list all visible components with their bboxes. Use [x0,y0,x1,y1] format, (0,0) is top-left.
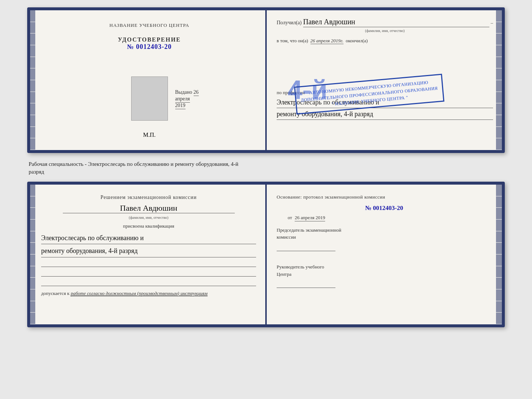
fio-hint-top: (фамилия, имя, отчество) [277,29,493,33]
photo-placeholder [131,76,168,121]
dopusk-text: работе согласно должностным (производств… [71,291,207,296]
completion-date: 26 апреля 2019г. [310,38,344,44]
top-document: НАЗВАНИЕ УЧЕБНОГО ЦЕНТРА УДОСТОВЕРЕНИЕ №… [27,7,505,153]
bottom-right-margin [496,185,502,324]
top-right-page: Получил(a) Павел Авдюшин – (фамилия, имя… [268,10,502,150]
poluchil-line: Получил(a) Павел Авдюшин – [277,18,493,27]
ot-line: от 26 апреля 2019 [277,215,492,221]
separator-text: Рабочая специальность - Электрослесарь п… [27,159,505,176]
rukovoditel-signature [277,279,335,288]
predsedatel-signature [277,242,335,251]
bottom-fio-hint: (фамилия, имя, отчество) [41,215,256,220]
resheniem-title: Решением экзаменационной комиссии [41,193,256,201]
udostoverenie-number: № 0012403-20 [118,43,181,51]
underline3 [41,277,256,286]
vtom-line: в том, что он(а) 26 апреля 2019г. окончи… [277,38,493,44]
qualification-line2: ремонту оборудования, 4-й разряд [41,245,256,257]
stamp-area: 4-й АВТОНОМНУЮ НЕКОММЕРЧЕСКУЮ ОРГАНИЗАЦИ… [277,47,493,84]
predsedatel-block: Председатель экзаменационной комиссии [277,227,492,253]
bottom-name: Павел Авдюшин [63,203,235,213]
center-title: НАЗВАНИЕ УЧЕБНОГО ЦЕНТРА [109,22,189,29]
underline1 [41,258,256,267]
recipient-name: Павел Авдюшин [303,18,489,27]
mp-line: М.П. [143,132,156,138]
bottom-right-page: Основание: протокол экзаменационной коми… [266,185,502,324]
top-left-page: НАЗВАНИЕ УЧЕБНОГО ЦЕНТРА УДОСТОВЕРЕНИЕ №… [30,10,268,150]
ot-date: 26 апреля 2019 [295,215,325,221]
qualification-line1: Электрослесарь по обслуживанию и [41,232,256,244]
right-margin-bars [496,10,502,150]
osnovanie-label: Основание: протокол экзаменационной коми… [277,193,492,201]
udostoverenie-label: УДОСТОВЕРЕНИЕ [118,36,181,43]
underline2 [41,268,256,277]
prisvoena-label: присвоена квалификация [41,223,256,229]
bottom-document: Решением экзаменационной комиссии Павел … [27,182,505,327]
dopuskaetsya-block: допускается к работе согласно должностны… [41,291,256,296]
vydano-block: Выдано 26 апреля 2019 [175,89,199,108]
rukovoditel-block: Руководитель учебного Центра [277,263,492,290]
vydano-label: Выдано 26 апреля 2019 [175,89,199,109]
udostoverenie-block: УДОСТОВЕРЕНИЕ № 0012403-20 [118,36,181,51]
protocol-number: № 0012403-20 [277,204,492,212]
bottom-left-page: Решением экзаменационной комиссии Павел … [30,185,266,324]
